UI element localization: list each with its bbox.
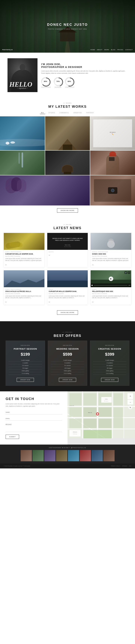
pricing-content-creative: SESSION CREATIVE SESSION $399 2 outfit c… [93,344,126,382]
hero-content: DONEC NEC JUSTO PHOTO CINEMAS STUDIO AGE… [47,23,88,30]
nav-home[interactable]: HOME [90,49,95,50]
pricing-card-portrait: SESSION PORTRAIT SESSION $199 3 outfit c… [6,340,45,386]
work-section: /// WORK MY LATEST WORKS ALL STUDIO CINE… [0,98,135,219]
contact-email-input[interactable] [6,416,62,421]
portfolio-item-5[interactable] [45,150,90,175]
pricing-content-wedding: SESSION WEDDING SESSION $599 3 outfit ch… [51,344,84,382]
instagram-item-1[interactable] [21,450,32,461]
blog-read-more-3[interactable]: 0♥ [92,264,93,266]
blog-image-5 [47,270,88,287]
portfolio-image-4 [0,150,45,175]
portfolio-image-3: Art piece✏️ [90,116,135,150]
svg-text:Coffee shop: Coffee shop [73,434,77,434]
portfolio-item-8[interactable] [90,176,135,206]
instagram-item-7[interactable] [92,450,103,461]
portfolio-item-3[interactable]: Art piece✏️ [90,116,135,150]
work-show-more-button[interactable]: SHOW ME MORE [57,208,78,212]
blog-image-4 [4,270,44,287]
pricing-feature-c5: Online gallery [93,370,126,372]
blog-section: /// BLOG LATEST NEWS Video, Photography … [0,219,135,321]
blog-text-3: Lorem ipsum dolor sit amet, consectetur … [92,258,130,262]
portfolio-item-2[interactable] [45,116,90,150]
filter-fantasy[interactable]: FANTASY [85,112,95,114]
order-button-creative[interactable]: ORDER NOW [101,378,118,382]
instagram-item-3[interactable] [44,450,55,461]
instagram-grid [4,450,131,461]
pricing-card-wedding: SESSION WEDDING SESSION $599 3 outfit ch… [48,340,87,386]
portfolio-item-1[interactable] [0,116,45,150]
pricing-feature-w2: 3 Locations [51,362,84,364]
hero-subtitle: PHOTO CINEMAS STUDIO AGENCY EST 1901 [47,28,88,30]
blog-read-more-5[interactable]: 0♥ [49,302,50,303]
pricing-feature-c1: 2 outfit changes [93,359,126,362]
filter-creative[interactable]: CREATIVE [72,112,83,114]
video-progress-bar[interactable] [94,285,128,286]
pricing-card-creative: SESSION CREATIVE SESSION $399 2 outfit c… [90,340,129,386]
footer-links: PRIVACY POLICY SITEMAP FAQ [111,466,131,466]
about-description: Lorem ipsum dolor sit amet, consectetur … [41,70,128,74]
pricing-price-creative: $399 [93,352,126,357]
instagram-item-2[interactable] [32,450,44,461]
blog-read-more-1[interactable]: 0♥ [5,264,6,266]
instagram-item-4[interactable] [56,450,67,461]
nav-blog[interactable]: BLOG [111,49,115,50]
nav-work[interactable]: WORK [104,49,109,50]
nav-about[interactable]: ABOUT [97,49,102,50]
blog-read-more-4[interactable]: 0♥ [5,302,6,303]
volume-icon[interactable]: 🔊 [125,271,127,274]
pricing-feature-1: 3 outfit changes [9,359,42,362]
portfolio-item-7[interactable] [0,176,90,206]
pricing-feature-c2: 2 Locations [93,362,126,364]
footer: © 2016 Photofolio. All rights reserved. … [0,464,135,468]
map-svg: Main St Avenue Rd + − N Starbucks Coffee… [67,391,135,438]
filter-studio[interactable]: STUDIO [47,112,56,114]
footer-privacy-link[interactable]: PRIVACY POLICY [111,466,120,466]
svg-rect-23 [69,407,82,417]
nav-contact[interactable]: CONTACT [125,49,133,50]
blog-card-5: Video CURABITUR MOLLIS SEMPER DIAM. May … [47,270,88,305]
order-button-portrait[interactable]: ORDER NOW [17,378,34,382]
order-button-wedding[interactable]: ORDER NOW [59,378,76,382]
portfolio-image-6 [90,150,135,175]
skill-circle-videography: 80% [65,77,74,86]
play-button[interactable]: ▶ [109,276,113,281]
instagram-item-6[interactable] [80,450,91,461]
nav-prices[interactable]: PRICES [117,49,123,50]
svg-text:Starbucks: Starbucks [73,432,77,432]
pricing-feature-5: Online gallery [9,370,42,372]
pricing-feature-w3: 5 hr session [51,364,84,367]
contact-section: GET IN TOUCH Lorem ipsum dolor sit amet,… [0,391,135,444]
fullscreen-icon[interactable]: ⛶ [128,271,130,274]
contact-name-input[interactable] [6,410,62,414]
blog-read-more-6[interactable]: 0♥ [92,302,93,303]
portfolio-image-2 [45,116,90,150]
blog-card-body-4: Video, Photography CRAS IACULIS ULTRICIE… [4,287,44,305]
svg-text:Gallery: Gallery [105,398,108,400]
video-progress-dot [92,285,93,286]
pricing-name-portrait: PORTRAIT SESSION [9,348,42,350]
blog-show-more-button[interactable]: SHOW ME MORE [57,310,78,315]
filter-cinematic[interactable]: CINEMATIC [58,112,70,114]
pricing-price-portrait: $199 [9,352,42,357]
blog-read-more-2[interactable]: 0♥ [49,255,50,256]
blog-image-2: DESIGN IS NOT JUST WHAT IT LOOKS LIKE AN… [47,233,88,250]
blog-card-title-5: CURABITUR MOLLIS SEMPER DIAM. [49,290,86,292]
footer-sitemap-link[interactable]: SITEMAP [122,466,127,466]
footer-faq-link[interactable]: FAQ [129,466,131,466]
filter-all[interactable]: ALL [40,112,45,114]
svg-rect-26 [83,430,112,438]
portfolio-item-4[interactable] [0,150,45,175]
contact-message-input[interactable] [6,422,62,432]
contact-submit-button[interactable]: SUBMIT [6,434,19,439]
skill-circle-photography: 90% [41,77,50,86]
pricing-type-creative: SESSION [93,344,126,346]
skill-chart-branding [54,77,63,87]
skill-chart-photography [41,77,51,87]
blog-card-2: DESIGN IS NOT JUST WHAT IT LOOKS LIKE AN… [47,233,88,268]
portfolio-item-6[interactable] [90,150,135,175]
instagram-item-8[interactable] [103,450,115,461]
pricing-feature-6: 1 hr of editing [9,372,42,375]
svg-rect-19 [83,393,97,406]
instagram-item-5[interactable] [68,450,79,461]
pricing-feature-c3: 3 hr session [93,364,126,367]
